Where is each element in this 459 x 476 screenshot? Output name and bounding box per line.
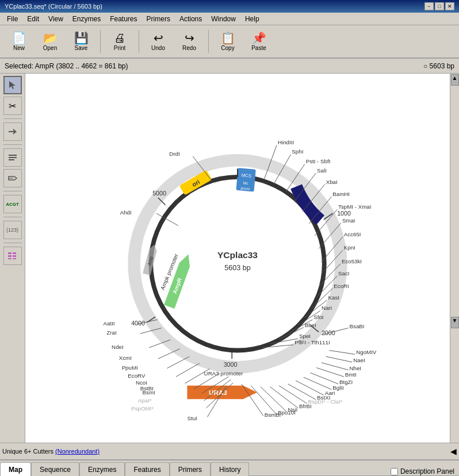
undo-label: Undo — [151, 45, 165, 51]
save-button[interactable]: 💾 Save — [67, 27, 95, 56]
minimize-button[interactable]: − — [424, 2, 434, 10]
plasmid-size-status: ○ 5603 bp — [423, 62, 454, 70]
tool-primer[interactable] — [3, 169, 22, 187]
tab-history[interactable]: History — [211, 462, 249, 476]
sidebar-sep-2 — [3, 144, 22, 145]
tab-map[interactable]: Map — [0, 462, 31, 476]
tab-primers[interactable]: Primers — [170, 462, 211, 476]
scissors-icon: ✂ — [9, 101, 16, 112]
redo-button[interactable]: ↪ Redo — [175, 27, 204, 56]
redo-icon: ↪ — [185, 32, 194, 44]
sidebar-sep-3 — [3, 191, 22, 191]
svg-text:EcoRI: EcoRI — [334, 283, 349, 289]
toolbar-separator-2 — [139, 30, 139, 53]
svg-text:SalI: SalI — [317, 167, 327, 174]
svg-text:DrdI: DrdI — [169, 151, 179, 157]
main-area: ✂ ACGT (123) — [0, 74, 459, 443]
svg-text:BamHI: BamHI — [332, 191, 350, 197]
svg-text:ApaI*: ApaI* — [138, 397, 152, 404]
tool-sequence[interactable] — [3, 148, 22, 167]
menu-enzymes[interactable]: Enzymes — [68, 14, 105, 24]
svg-text:NdeI: NdeI — [112, 344, 124, 350]
svg-rect-2 — [9, 159, 14, 160]
right-scrollbar[interactable]: ▲ ▼ — [450, 74, 459, 443]
paste-icon: 📌 — [252, 32, 266, 44]
scroll-left-button[interactable]: ◀ — [450, 447, 457, 456]
print-label: Print — [114, 45, 126, 51]
svg-text:EcoRV: EcoRV — [128, 373, 146, 379]
undo-icon: ↩ — [154, 32, 163, 44]
menu-help[interactable]: Help — [240, 14, 264, 24]
menu-window[interactable]: Window — [206, 14, 240, 24]
description-panel-checkbox[interactable] — [391, 468, 398, 475]
left-sidebar: ✂ ACGT (123) — [0, 74, 25, 443]
tool-select[interactable] — [3, 76, 22, 94]
menu-actions[interactable]: Actions — [175, 14, 206, 24]
nonredundant-link[interactable]: (Nonredundant) — [55, 448, 100, 455]
svg-text:XcmI: XcmI — [119, 355, 132, 361]
svg-text:SfoI: SfoI — [313, 314, 323, 320]
svg-text:3000: 3000 — [224, 361, 238, 368]
svg-text:NgoMIV: NgoMIV — [356, 349, 377, 355]
svg-rect-1 — [9, 157, 17, 158]
sidebar-sep-1 — [3, 118, 22, 119]
copy-icon: 📋 — [221, 32, 235, 44]
svg-text:NheI: NheI — [350, 365, 362, 371]
svg-text:PspOMI*: PspOMI* — [131, 405, 154, 412]
tab-enzymes[interactable]: Enzymes — [79, 462, 125, 476]
tool-acgt[interactable]: ACGT — [3, 195, 22, 213]
svg-text:PstI - SbfI: PstI - SbfI — [306, 158, 331, 164]
svg-text:StuI: StuI — [187, 415, 197, 421]
svg-text:URA3 promoter: URA3 promoter — [204, 370, 243, 377]
svg-text:Acc65I: Acc65I — [344, 231, 361, 237]
svg-text:SacI: SacI — [338, 270, 349, 277]
new-button[interactable]: 📄 New — [5, 27, 33, 56]
open-label: Open — [43, 45, 57, 51]
window-controls: − □ ✕ — [424, 2, 454, 10]
svg-text:BfrBI: BfrBI — [299, 403, 312, 409]
tool-arrow[interactable] — [3, 122, 22, 141]
tool-cut[interactable]: ✂ — [3, 97, 22, 115]
save-label: Save — [75, 45, 88, 51]
save-icon: 💾 — [74, 32, 89, 44]
tool-restriction[interactable] — [3, 247, 22, 265]
menu-file[interactable]: File — [2, 14, 22, 24]
svg-text:AatII: AatII — [104, 320, 115, 327]
toolbar-separator-3 — [208, 30, 209, 53]
svg-text:Eco53kI: Eco53kI — [342, 258, 362, 264]
tool-numbering[interactable]: (123) — [3, 221, 22, 239]
new-icon: 📄 — [12, 32, 26, 44]
maximize-button[interactable]: □ — [435, 2, 444, 10]
unique-cutters-label: Unique 6+ Cutters — [2, 448, 53, 455]
menu-features[interactable]: Features — [105, 14, 141, 24]
svg-text:SphI: SphI — [292, 148, 303, 155]
close-button[interactable]: ✕ — [445, 2, 454, 10]
toolbar: 📄 New 📂 Open 💾 Save 🖨 Print ↩ Undo ↪ Red… — [0, 25, 459, 59]
new-label: New — [13, 45, 25, 51]
svg-rect-5 — [8, 255, 12, 257]
redo-label: Redo — [182, 45, 196, 51]
window-title: YCplac33.seq* (Circular / 5603 bp) — [5, 3, 102, 10]
undo-button[interactable]: ↩ Undo — [144, 27, 173, 56]
svg-text:HindIII: HindIII — [278, 139, 294, 145]
svg-text:PpuMI: PpuMI — [122, 364, 138, 371]
open-button[interactable]: 📂 Open — [36, 27, 64, 56]
print-button[interactable]: 🖨 Print — [105, 27, 134, 56]
svg-text:XbaI: XbaI — [326, 179, 338, 185]
tab-sequence[interactable]: Sequence — [31, 462, 79, 476]
plasmid-map-svg: ori MCS lac prom AmpR Amp Ampk promoter — [25, 74, 450, 443]
svg-text:AhdI: AhdI — [120, 209, 132, 216]
svg-text:MCS: MCS — [241, 172, 251, 178]
svg-text:ZraI: ZraI — [106, 329, 116, 336]
menu-view[interactable]: View — [44, 14, 68, 24]
svg-text:5603 bp: 5603 bp — [224, 264, 251, 272]
paste-button[interactable]: 📌 Paste — [244, 27, 273, 56]
svg-text:BmtI: BmtI — [345, 371, 357, 378]
menu-edit[interactable]: Edit — [22, 14, 44, 24]
copy-button[interactable]: 📋 Copy — [213, 27, 242, 56]
svg-text:PflFI - Tth111I: PflFI - Tth111I — [294, 339, 330, 346]
menu-primers[interactable]: Primers — [142, 14, 175, 24]
svg-text:BsmI: BsmI — [143, 389, 155, 396]
svg-text:KpnI: KpnI — [344, 244, 355, 251]
tab-features[interactable]: Features — [125, 462, 169, 476]
